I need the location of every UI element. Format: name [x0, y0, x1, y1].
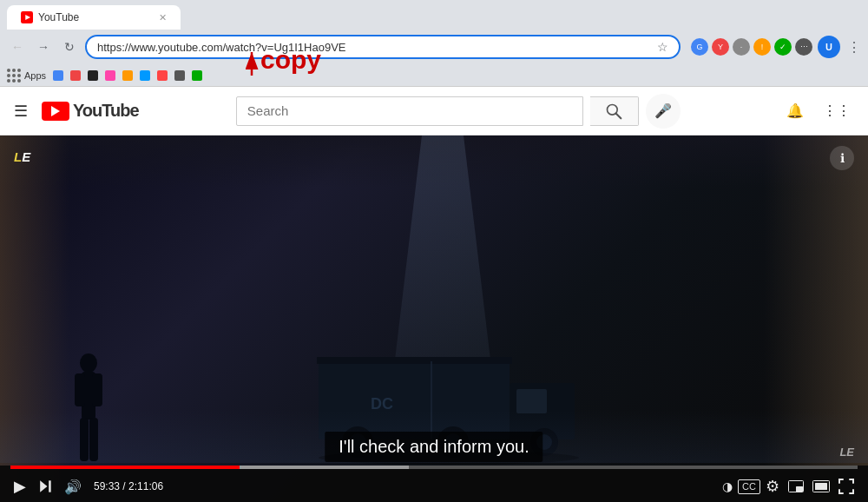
progress-bar[interactable]	[10, 466, 858, 469]
svg-text:DC: DC	[371, 395, 393, 413]
channel-watermark-bottom: LE	[839, 446, 854, 459]
forward-button[interactable]: →	[33, 36, 54, 57]
svg-rect-28	[796, 486, 803, 492]
extension-icons: G Y · ! ✓ ⋯	[691, 38, 812, 56]
ext-icon-4[interactable]: !	[753, 38, 771, 56]
svg-rect-23	[80, 418, 89, 461]
tab-bar: YouTube ✕	[0, 0, 868, 30]
apps-grid-button[interactable]: ⋮⋮	[819, 94, 854, 129]
video-player[interactable]: DC ℹ LE I'll check an	[0, 135, 868, 502]
ext-icon-5[interactable]: ✓	[774, 38, 792, 56]
video-controls: ▶ 🔊 59:33 / 2:11:06 ◑ CC	[0, 466, 868, 502]
bookmark-item-3[interactable]	[88, 70, 98, 81]
apps-grid-icon	[7, 69, 21, 83]
search-button[interactable]	[590, 96, 639, 126]
volume-button[interactable]: 🔊	[61, 475, 85, 499]
settings-button[interactable]: ⚙	[762, 473, 783, 499]
fullscreen-button[interactable]	[835, 475, 858, 498]
header-right-controls: 🔔 ⋮⋮	[778, 94, 854, 129]
notifications-button[interactable]: 🔔	[778, 94, 812, 129]
tab-title: YouTube	[38, 11, 79, 23]
subtitle-text: I'll check and inform you.	[325, 432, 542, 462]
bookmark-item-4[interactable]	[105, 70, 115, 81]
address-bar-row: ← → ↻ ☆ G Y · ! ✓ ⋯ U ⋮	[0, 30, 868, 64]
search-input[interactable]	[237, 103, 582, 118]
apps-label: Apps	[24, 70, 46, 81]
person-left-silhouette	[69, 353, 108, 466]
bookmark-item-9[interactable]	[192, 70, 202, 81]
play-button[interactable]: ▶	[10, 473, 30, 499]
bookmark-item-1[interactable]	[53, 70, 63, 81]
tab-close-button[interactable]: ✕	[159, 12, 167, 23]
channel-watermark-top: LE	[14, 149, 30, 164]
search-container: 🎤	[139, 94, 778, 129]
tab-favicon	[21, 11, 33, 23]
hamburger-menu-button[interactable]: ☰	[14, 102, 28, 121]
address-bar[interactable]: ☆	[85, 35, 681, 59]
svg-rect-21	[75, 373, 85, 406]
bookmark-item-6[interactable]	[140, 70, 150, 81]
info-button[interactable]: ℹ	[830, 146, 854, 170]
next-button[interactable]	[33, 474, 57, 499]
darkmode-button[interactable]: ◑	[719, 476, 736, 497]
profile-button[interactable]: U	[818, 36, 840, 58]
svg-rect-26	[49, 480, 50, 492]
youtube-logo[interactable]: YouTube	[42, 101, 139, 121]
theater-button[interactable]	[809, 477, 833, 496]
youtube-header: ☰ YouTube 🎤 🔔 ⋮⋮	[0, 87, 868, 135]
bookmark-item-7[interactable]	[157, 70, 168, 81]
back-button[interactable]: ←	[7, 36, 28, 57]
ext-icon-2[interactable]: Y	[712, 38, 729, 56]
svg-rect-30	[815, 483, 827, 490]
progress-filled	[10, 466, 240, 469]
bookmark-item-2[interactable]	[70, 70, 81, 81]
controls-right: ◑ CC ⚙	[719, 473, 858, 499]
refresh-button[interactable]: ↻	[59, 36, 80, 57]
apps-button[interactable]: Apps	[7, 69, 46, 83]
bookmark-item-8[interactable]	[174, 70, 185, 81]
svg-rect-9	[317, 357, 512, 364]
ext-icon-1[interactable]: G	[691, 38, 708, 56]
microphone-button[interactable]: 🎤	[646, 94, 681, 129]
active-tab[interactable]: YouTube ✕	[7, 5, 181, 30]
svg-rect-8	[516, 389, 547, 413]
svg-rect-24	[89, 418, 98, 461]
bookmarks-bar: Apps	[0, 64, 868, 87]
controls-row: ▶ 🔊 59:33 / 2:11:06 ◑ CC	[10, 471, 858, 502]
captions-button[interactable]: CC	[738, 479, 760, 494]
progress-buffered	[240, 466, 409, 469]
time-display: 59:33 / 2:11:06	[94, 480, 163, 492]
svg-rect-22	[92, 373, 102, 406]
bookmark-item-5[interactable]	[122, 70, 133, 81]
url-input[interactable]	[97, 41, 652, 54]
search-box[interactable]	[236, 96, 583, 126]
svg-marker-25	[40, 480, 47, 492]
youtube-logo-icon	[42, 102, 69, 121]
svg-point-19	[80, 353, 97, 373]
miniplayer-button[interactable]	[785, 477, 807, 496]
bookmark-icon[interactable]: ☆	[657, 40, 668, 54]
browser-menu-button[interactable]: ⋮	[847, 39, 861, 56]
ext-icon-6[interactable]: ⋯	[795, 38, 812, 56]
svg-line-5	[616, 113, 621, 118]
ext-icon-3[interactable]: ·	[733, 38, 750, 56]
youtube-logo-text: YouTube	[73, 101, 139, 121]
